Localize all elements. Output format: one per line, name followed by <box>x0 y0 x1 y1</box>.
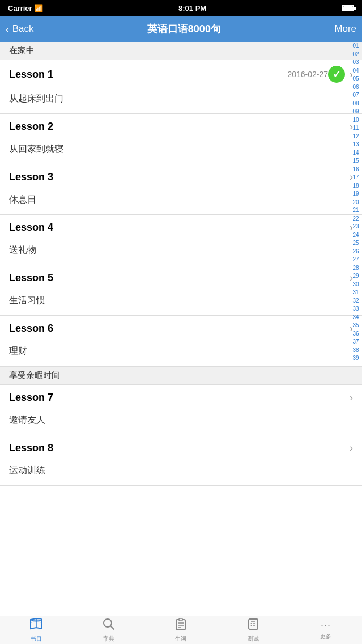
index-10[interactable]: 10 <box>350 116 362 125</box>
lesson-7-subtitle: 邀请友人 <box>9 414 353 426</box>
index-22[interactable]: 22 <box>350 215 362 223</box>
index-09[interactable]: 09 <box>350 108 362 116</box>
lesson-3-subtitle-row: 休息日 <box>0 189 362 214</box>
tab-ceshi[interactable]: 测试 <box>217 616 289 644</box>
lesson-group-6[interactable]: Lesson 6 › 理财 <box>0 316 362 366</box>
index-14[interactable]: 14 <box>350 149 362 158</box>
lesson-5-title-row[interactable]: Lesson 5 › <box>0 265 362 290</box>
lesson-1-title: Lesson 1 <box>9 69 283 80</box>
lesson-3-title: Lesson 3 <box>9 171 347 183</box>
tab-zidian[interactable]: 字典 <box>73 616 145 644</box>
index-39[interactable]: 39 <box>350 354 362 363</box>
index-17[interactable]: 17 <box>350 173 362 182</box>
index-24[interactable]: 24 <box>350 231 362 240</box>
time-label: 8:01 PM <box>178 4 206 12</box>
index-07[interactable]: 07 <box>350 91 362 100</box>
index-37[interactable]: 37 <box>350 338 362 346</box>
lesson-7-subtitle-row: 邀请友人 <box>0 410 362 435</box>
lesson-group-7[interactable]: Lesson 7 › 邀请友人 <box>0 385 362 435</box>
tab-ceshi-label: 测试 <box>248 635 259 643</box>
index-18[interactable]: 18 <box>350 182 362 190</box>
svg-rect-4 <box>179 618 182 621</box>
tab-gengduo-label: 更多 <box>320 633 331 641</box>
index-13[interactable]: 13 <box>350 141 362 149</box>
lesson-group-3[interactable]: Lesson 3 › 休息日 <box>0 164 362 215</box>
lesson-8-subtitle: 运动训练 <box>9 465 353 477</box>
lesson-group-4[interactable]: Lesson 4 › 送礼物 <box>0 215 362 265</box>
index-35[interactable]: 35 <box>350 321 362 330</box>
index-25[interactable]: 25 <box>350 239 362 248</box>
index-36[interactable]: 36 <box>350 330 362 338</box>
index-03[interactable]: 03 <box>350 58 362 67</box>
lesson-8-chevron-icon: › <box>350 442 353 454</box>
more-button[interactable]: More <box>334 23 356 35</box>
index-34[interactable]: 34 <box>350 313 362 322</box>
section-header-zaijiazhong: 在家中 <box>0 42 362 60</box>
index-21[interactable]: 21 <box>350 206 362 215</box>
lesson-7-title: Lesson 7 <box>9 392 347 404</box>
lesson-group-1[interactable]: Lesson 1 2016-02-27 › 从起床到出门 <box>0 60 362 114</box>
svg-point-11 <box>251 623 252 624</box>
lesson-2-subtitle-row: 从回家到就寝 <box>0 139 362 164</box>
lesson-6-title-row[interactable]: Lesson 6 › <box>0 316 362 341</box>
index-15[interactable]: 15 <box>350 157 362 166</box>
index-08[interactable]: 08 <box>350 100 362 108</box>
lesson-1-date: 2016-02-27 <box>287 70 328 79</box>
svg-point-13 <box>251 625 252 626</box>
index-06[interactable]: 06 <box>350 83 362 92</box>
lesson-7-title-row[interactable]: Lesson 7 › <box>0 385 362 410</box>
index-12[interactable]: 12 <box>350 133 362 141</box>
tab-gengduo[interactable]: ··· 更多 <box>289 616 362 644</box>
lesson-2-subtitle: 从回家到就寝 <box>9 143 353 155</box>
index-27[interactable]: 27 <box>350 256 362 264</box>
lesson-8-title-row[interactable]: Lesson 8 › <box>0 435 362 460</box>
index-38[interactable]: 38 <box>350 346 362 355</box>
lesson-group-5[interactable]: Lesson 5 › 生活习惯 <box>0 265 362 316</box>
tab-shengci-label: 生词 <box>175 635 186 643</box>
svg-rect-8 <box>249 619 258 629</box>
lesson-3-title-row[interactable]: Lesson 3 › <box>0 164 362 189</box>
index-32[interactable]: 32 <box>350 297 362 306</box>
index-31[interactable]: 31 <box>350 289 362 297</box>
tab-bar: 书目 字典 生词 <box>0 616 362 644</box>
lesson-6-subtitle: 理财 <box>9 345 353 357</box>
index-19[interactable]: 19 <box>350 190 362 198</box>
lesson-4-subtitle: 送礼物 <box>9 244 353 256</box>
book-icon <box>29 618 44 634</box>
lesson-1-completed-icon <box>328 66 345 83</box>
index-20[interactable]: 20 <box>350 198 362 207</box>
search-icon <box>103 618 115 634</box>
back-button[interactable]: ‹ Back <box>6 23 33 35</box>
index-28[interactable]: 28 <box>350 264 362 273</box>
lesson-1-title-row[interactable]: Lesson 1 2016-02-27 › <box>0 60 362 88</box>
lesson-2-title-row[interactable]: Lesson 2 › <box>0 114 362 139</box>
tab-shumu[interactable]: 书目 <box>0 616 73 644</box>
lesson-7-chevron-icon: › <box>350 392 353 404</box>
index-23[interactable]: 23 <box>350 223 362 231</box>
index-16[interactable]: 16 <box>350 166 362 174</box>
lesson-4-title-row[interactable]: Lesson 4 › <box>0 215 362 240</box>
lesson-group-2[interactable]: Lesson 2 › 从回家到就寝 <box>0 114 362 164</box>
index-05[interactable]: 05 <box>350 75 362 83</box>
index-02[interactable]: 02 <box>350 50 362 59</box>
index-04[interactable]: 04 <box>350 67 362 75</box>
index-26[interactable]: 26 <box>350 248 362 256</box>
svg-line-2 <box>110 626 114 629</box>
index-29[interactable]: 29 <box>350 272 362 281</box>
lesson-5-title: Lesson 5 <box>9 272 347 284</box>
tab-shengci[interactable]: 生词 <box>145 616 218 644</box>
index-11[interactable]: 11 <box>350 124 362 133</box>
index-30[interactable]: 30 <box>350 281 362 289</box>
back-chevron-icon: ‹ <box>6 23 10 35</box>
status-bar: Carrier 📶 8:01 PM <box>0 0 362 16</box>
index-01[interactable]: 01 <box>350 42 362 50</box>
battery-area <box>342 5 354 11</box>
clipboard-icon <box>175 618 186 634</box>
lesson-1-subtitle-row: 从起床到出门 <box>0 88 362 113</box>
index-33[interactable]: 33 <box>350 305 362 313</box>
lesson-2-title: Lesson 2 <box>9 121 347 133</box>
lesson-group-8[interactable]: Lesson 8 › 运动训练 <box>0 435 362 486</box>
lesson-8-title: Lesson 8 <box>9 442 347 454</box>
lesson-4-subtitle-row: 送礼物 <box>0 240 362 265</box>
carrier-label: Carrier 📶 <box>8 4 43 12</box>
